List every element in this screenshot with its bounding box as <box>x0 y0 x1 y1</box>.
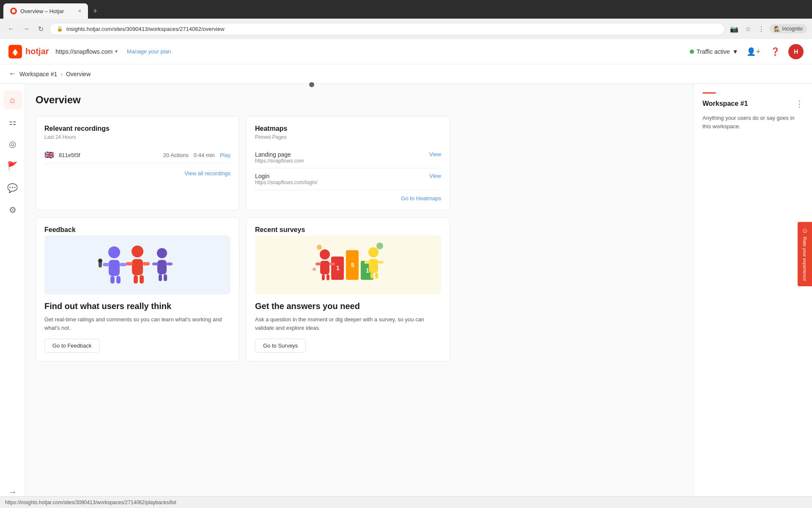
sidebar-item-observe[interactable]: ◎ <box>3 135 22 153</box>
right-panel-menu-button[interactable]: ⋮ <box>795 99 804 109</box>
sidebar-item-home[interactable]: ⌂ <box>3 91 22 109</box>
right-panel-accent <box>702 92 716 94</box>
address-bar[interactable]: 🔒 insights.hotjar.com/sites/3090413/work… <box>49 23 725 35</box>
rate-experience-icon: ☺ <box>801 227 809 234</box>
heatmap-url-login: https://snapflows.com/login/ <box>255 179 317 185</box>
observe-icon: ◎ <box>9 139 16 149</box>
svg-point-17 <box>157 248 167 258</box>
svg-rect-18 <box>157 260 167 274</box>
ask-icon: 🚩 <box>7 161 18 171</box>
active-tab[interactable]: Overview – Hotjar × <box>3 3 88 19</box>
heatmap-view-login-button[interactable]: View <box>429 173 441 179</box>
breadcrumb-back-button[interactable]: ← <box>8 69 16 78</box>
settings-icon: ⚙ <box>9 205 16 215</box>
sidebar-item-ask[interactable]: 🚩 <box>3 157 22 175</box>
manage-plan-link[interactable]: Manage your plan <box>127 48 171 55</box>
heatmaps-title: Heatmaps <box>255 125 441 133</box>
sidebar: ⌂ ⚏ ◎ 🚩 💬 ⚙ → <box>0 84 25 508</box>
go-to-surveys-button[interactable]: Go to Surveys <box>255 339 306 353</box>
svg-rect-38 <box>378 261 384 264</box>
recording-id: 811e5f3f <box>59 152 158 158</box>
recording-duration: 0:44 min <box>194 152 215 158</box>
back-button[interactable]: ← <box>5 23 17 34</box>
browser-chrome: Overview – Hotjar × + ← → ↻ 🔒 insights.h… <box>0 0 812 39</box>
heatmap-info-login: Login https://snapflows.com/login/ <box>255 173 317 185</box>
breadcrumb-current: Overview <box>66 71 91 77</box>
app-header: hotjar https://snapflows.com ▼ Manage yo… <box>0 39 812 64</box>
svg-rect-33 <box>322 274 325 280</box>
help-button[interactable]: ❓ <box>769 45 782 58</box>
svg-rect-40 <box>375 273 378 279</box>
svg-text:5: 5 <box>351 262 354 268</box>
new-tab-button[interactable]: + <box>90 5 101 17</box>
browser-tabs: Overview – Hotjar × + <box>0 0 812 19</box>
browser-nav: ← → ↻ 🔒 insights.hotjar.com/sites/309041… <box>0 19 812 39</box>
svg-rect-15 <box>134 275 138 284</box>
svg-point-29 <box>320 249 330 260</box>
content-area: Overview Relevant recordings Last 24 Hou… <box>25 84 694 508</box>
incognito-label: Incognito <box>782 26 803 32</box>
svg-point-2 <box>14 53 16 55</box>
right-panel-title: Workspace #1 <box>702 100 748 108</box>
traffic-status[interactable]: Traffic active ▼ <box>690 48 738 55</box>
heatmap-name-landing: Landing page <box>255 151 304 158</box>
collapse-icon: → <box>8 487 17 497</box>
recording-actions-count: 20 Actions <box>163 152 189 158</box>
svg-text:1: 1 <box>336 265 340 271</box>
surveys-description: Ask a question in the moment or dig deep… <box>255 315 441 332</box>
svg-rect-4 <box>109 260 120 276</box>
site-url-selector[interactable]: https://snapflows.com ▼ <box>56 48 119 55</box>
go-to-heatmaps-link[interactable]: Go to Heatmaps <box>255 195 441 202</box>
breadcrumb: ← Workspace #1 › Overview <box>0 64 812 84</box>
sidebar-item-engage[interactable]: 💬 <box>3 179 22 197</box>
svg-rect-32 <box>329 262 335 265</box>
svg-rect-12 <box>132 259 143 275</box>
forward-button[interactable]: → <box>20 23 32 34</box>
svg-rect-6 <box>120 263 126 266</box>
heatmap-view-landing-button[interactable]: View <box>429 151 441 157</box>
recordings-subtitle: Last 24 Hours <box>44 134 230 140</box>
browser-menu-icon[interactable]: ⋮ <box>756 23 766 35</box>
camera-off-icon[interactable]: 📷 <box>728 23 740 35</box>
svg-rect-39 <box>370 273 373 279</box>
main-layout: ⌂ ⚏ ◎ 🚩 💬 ⚙ → Ove <box>0 84 812 508</box>
nav-actions: 📷 ☆ ⋮ 🕵 Incognito <box>728 23 807 35</box>
reload-button[interactable]: ↻ <box>36 23 46 35</box>
view-all-recordings-link[interactable]: View all recordings <box>44 170 230 177</box>
sidebar-item-settings[interactable]: ⚙ <box>3 201 22 219</box>
feedback-card-title: Feedback <box>44 226 230 234</box>
svg-point-41 <box>317 245 322 250</box>
sidebar-item-dashboard[interactable]: ⚏ <box>3 113 22 131</box>
surveys-image: 1 5 10 <box>255 235 441 295</box>
heatmap-name-login: Login <box>255 173 317 179</box>
svg-point-3 <box>108 246 120 258</box>
play-recording-button[interactable]: Play <box>220 152 230 158</box>
feedback-image <box>44 235 230 295</box>
page-title: Overview <box>36 94 683 106</box>
go-to-feedback-button[interactable]: Go to Feedback <box>44 339 100 353</box>
feedback-illustration <box>44 235 230 295</box>
dashboard-icon: ⚏ <box>9 117 16 127</box>
svg-point-43 <box>313 268 316 271</box>
recordings-card: Relevant recordings Last 24 Hours 🇬🇧 811… <box>36 116 239 210</box>
traffic-dropdown-icon: ▼ <box>732 48 738 55</box>
tab-title: Overview – Hotjar <box>20 8 64 14</box>
svg-rect-31 <box>315 262 321 265</box>
bookmark-icon[interactable]: ☆ <box>743 23 753 35</box>
svg-rect-16 <box>140 275 144 284</box>
traffic-label: Traffic active <box>697 48 730 55</box>
heatmap-row-login: Login https://snapflows.com/login/ View <box>255 168 441 190</box>
breadcrumb-workspace[interactable]: Workspace #1 <box>19 71 57 77</box>
svg-rect-36 <box>369 259 378 273</box>
right-panel-header: Workspace #1 ⋮ <box>702 99 804 109</box>
feedback-description: Get real-time ratings and comments so yo… <box>44 315 230 332</box>
tab-close-button[interactable]: × <box>78 8 81 14</box>
recording-flag: 🇬🇧 <box>44 150 54 160</box>
user-avatar[interactable]: H <box>788 44 804 59</box>
svg-rect-5 <box>103 263 110 266</box>
add-user-button[interactable]: 👤+ <box>745 45 762 58</box>
hotjar-logo[interactable]: hotjar <box>8 45 49 58</box>
svg-rect-20 <box>167 262 173 265</box>
site-url-text: https://snapflows.com <box>56 48 113 55</box>
rate-experience-tab[interactable]: ☺ Rate your experience <box>798 222 812 286</box>
